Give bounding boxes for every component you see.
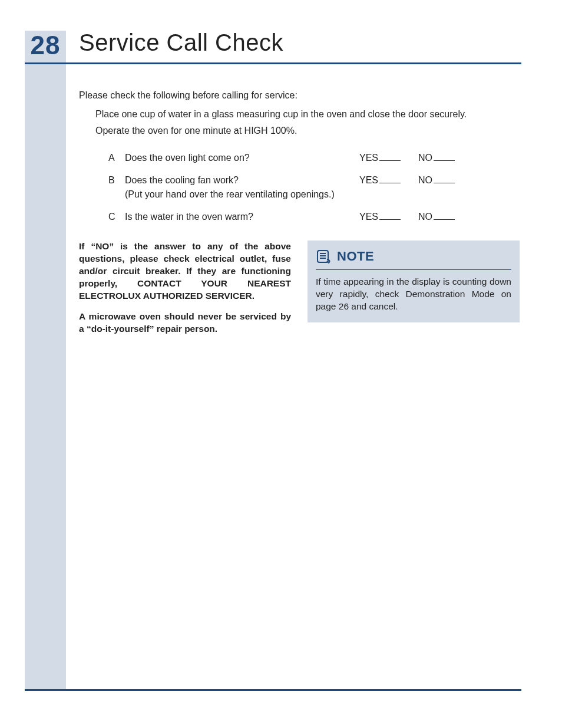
- no-label: NO: [418, 210, 432, 224]
- page-title: Service Call Check: [79, 29, 283, 56]
- blank-line: [434, 151, 455, 161]
- main-content: Please check the following before callin…: [79, 88, 521, 343]
- note-title: NOTE: [337, 246, 374, 266]
- note-header: NOTE: [316, 246, 511, 270]
- blank-line: [379, 151, 401, 161]
- no-field: NO: [418, 151, 477, 165]
- item-question: Does the oven light come on?: [125, 151, 359, 165]
- page-number: 28: [25, 31, 66, 60]
- note-column: NOTE If time appearing in the display is…: [308, 241, 520, 343]
- note-box: NOTE If time appearing in the display is…: [308, 241, 520, 322]
- note-body: If time appearing in the display is coun…: [316, 276, 511, 313]
- checklist-item: A Does the oven light come on? YES NO: [108, 151, 521, 165]
- yes-field: YES: [359, 210, 418, 224]
- yes-label: YES: [359, 210, 378, 224]
- warning-paragraph: A microwave oven should never be service…: [79, 311, 291, 335]
- two-column-section: If “NO” is the answer to any of the abov…: [79, 241, 521, 343]
- yes-field: YES: [359, 151, 418, 165]
- checklist-item: B Does the cooling fan work? (Put your h…: [108, 173, 521, 202]
- no-label: NO: [418, 173, 432, 187]
- bottom-rule: [25, 689, 521, 691]
- warning-paragraph: If “NO” is the answer to any of the abov…: [79, 241, 291, 302]
- item-question: Is the water in the oven warm?: [125, 210, 359, 224]
- item-letter: C: [108, 210, 125, 224]
- item-letter: B: [108, 173, 125, 202]
- blank-line: [434, 210, 455, 220]
- intro-text: Please check the following before callin…: [79, 88, 521, 103]
- yes-field: YES: [359, 173, 418, 202]
- blank-line: [379, 174, 401, 183]
- yes-label: YES: [359, 173, 378, 187]
- left-margin-bar: [25, 31, 66, 689]
- instruction-line: Operate the oven for one minute at HIGH …: [95, 124, 521, 138]
- warning-column: If “NO” is the answer to any of the abov…: [79, 241, 291, 343]
- item-letter: A: [108, 151, 125, 165]
- blank-line: [434, 174, 455, 183]
- no-field: NO: [418, 173, 477, 202]
- yes-label: YES: [359, 151, 378, 165]
- document-page: 28 Service Call Check Please check the f…: [0, 0, 562, 728]
- no-label: NO: [418, 151, 432, 165]
- checklist: A Does the oven light come on? YES NO B …: [108, 151, 521, 224]
- question-text: Does the cooling fan work?: [125, 175, 239, 185]
- no-field: NO: [418, 210, 477, 224]
- item-question: Does the cooling fan work? (Put your han…: [125, 173, 359, 202]
- instruction-line: Place one cup of water in a glass measur…: [95, 107, 521, 121]
- title-rule: [25, 62, 521, 64]
- checklist-item: C Is the water in the oven warm? YES NO: [108, 210, 521, 224]
- note-icon: [316, 249, 332, 263]
- question-subtext: (Put your hand over the rear ventilating…: [125, 189, 335, 199]
- blank-line: [379, 210, 401, 220]
